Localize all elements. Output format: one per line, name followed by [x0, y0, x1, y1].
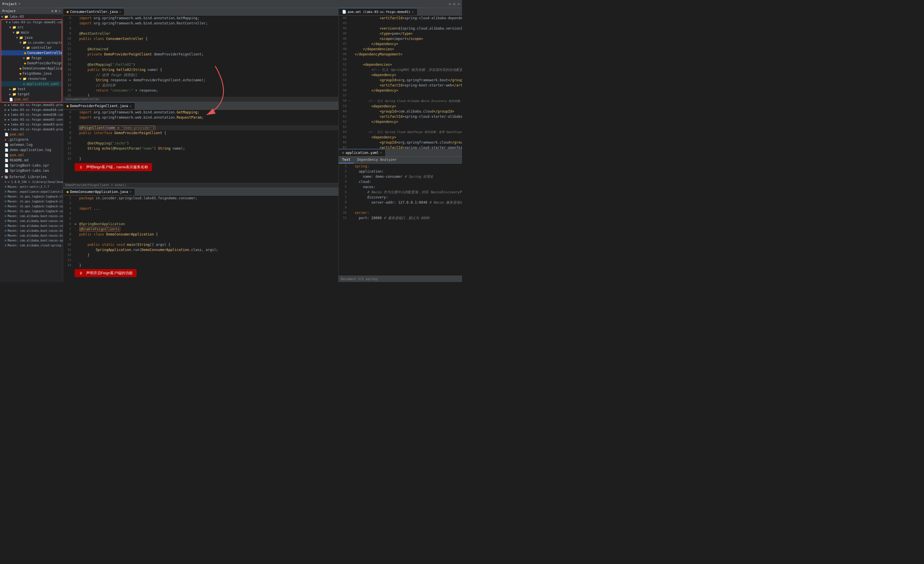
tab-close-ca[interactable]: × — [130, 190, 131, 193]
sidebar-item-logback1[interactable]: ≡ Maven: ch.qos.logback:logback-classic:… — [0, 194, 63, 199]
folder-src: 📁 — [12, 26, 16, 29]
dropdown-icon[interactable]: ▼ — [19, 2, 20, 6]
root-folder-icon: 📁 — [4, 15, 8, 19]
sidebar-item-readme[interactable]: 📄 README.md — [0, 158, 63, 163]
project-label[interactable]: Project — [2, 2, 17, 6]
pom-line-53: 53 <dependency> — [339, 72, 462, 78]
tab-dep-analyzer[interactable]: Dependency Analyzer — [354, 156, 400, 163]
settings-icon[interactable]: ⚙ — [449, 2, 451, 6]
sidebar-item-src[interactable]: ▼ 📁 src — [1, 25, 62, 30]
tab-close-pom[interactable]: × — [412, 11, 414, 14]
src-label: src — [18, 25, 24, 29]
sidebar-item-application-yaml[interactable]: ⚙ application.yaml — [1, 81, 62, 86]
sidebar-item-target[interactable]: ▶ 📁 target — [1, 92, 62, 97]
sidebar-layout-icon[interactable]: ⊞ — [55, 9, 57, 13]
sidebar-item-pom-consumer[interactable]: 📄 pom.xml — [1, 97, 62, 102]
sidebar-item-resources[interactable]: ▼ 📁 resources — [1, 76, 62, 81]
sidebar-item-provider[interactable]: ▶ ▪ labx-03-sc-feign-demo01-provider — [0, 102, 63, 107]
sidebar-item-logback4[interactable]: ≡ Maven: ch.qos.logback:logback-core:1.2… — [0, 209, 63, 214]
yaml-line-2: 2 application: — [339, 169, 462, 174]
sidebar-item-nacos2[interactable]: ≡ Maven: com.alibaba.boot:nacos-config-s… — [0, 218, 63, 223]
sidebar-item-nacos7[interactable]: ≡ Maven: com.alibaba.cloud:spring-cloud-… — [0, 243, 63, 248]
editors-top-row: ● ConsumerController.java × 6 import org… — [63, 8, 462, 282]
nacos4-label: Maven: com.alibaba.boot:nacos-discovery-… — [8, 229, 63, 232]
sidebar-item-feign-dir[interactable]: ▼ 📁 feign — [1, 56, 62, 60]
sidebar-item-springboot-ipr[interactable]: 📄 SpringBoot-Labs.ipr — [0, 163, 63, 168]
tab-text[interactable]: Text — [339, 156, 354, 163]
pom-line-57: 57 — [339, 93, 462, 98]
sidebar-item-gitignore[interactable]: ◆ .gitignore — [0, 137, 63, 142]
layout-icon[interactable]: ⊞ — [453, 2, 455, 6]
sidebar-item-consumer-controller[interactable]: ● ConsumerController — [1, 50, 62, 56]
tab-feign-client[interactable]: ● DemoProviderFeignClient.java × — [63, 102, 135, 110]
pom-root-label: pom.xml — [10, 132, 24, 137]
lib-icon-lb1: ≡ — [4, 195, 7, 199]
code-line-17: 17 // 使用 Feign 调用接口 — [63, 72, 338, 78]
tree-root[interactable]: ▼ 📁 labx-03 — [0, 14, 63, 19]
sidebar-item-provider3api[interactable]: ▶ ▪ labx-03-sc-feign-demo03-provider-api — [0, 127, 63, 132]
sidebar-item-ext-libs[interactable]: ▼ 📚 External Libraries — [0, 174, 63, 179]
sidebar-item-java[interactable]: ▼ 📁 java — [1, 35, 62, 40]
consumer-controller-code: 6 import org.springframework.web.bind.an… — [63, 15, 338, 97]
feign-client-tab-label: DemoProviderFeignClient.java — [70, 104, 128, 108]
module-icon-consumer: ▪ — [9, 20, 11, 24]
ca-line-11: 11 SpringApplication.run(DemoConsumerApp… — [63, 247, 338, 253]
lib-icon-aop: ≡ — [4, 190, 7, 194]
sidebar-item-logback2[interactable]: ≡ Maven: ch.qos.logback:logback-classic:… — [0, 199, 63, 204]
feign-dir-label: feign — [31, 56, 42, 60]
menu-icon[interactable]: ≡ — [458, 2, 460, 6]
sidebar-item-demo-consumer-app[interactable]: ● DemoConsumerApplication — [1, 66, 62, 71]
sidebar-item-logback3[interactable]: ≡ Maven: ch.qos.logback:logback-core:1.1… — [0, 204, 63, 209]
sidebar-item-nacos6[interactable]: ≡ Maven: com.alibaba.boot:nacos-spring-b… — [0, 238, 63, 243]
consumer-app-annotation-bubble: 2 声明开启Feign客户端的功能 — [75, 269, 136, 277]
tab-pom[interactable]: 📄 pom.xml (labx-03-sc-feign-demo01) × — [339, 8, 417, 15]
folder-test: 📁 — [12, 87, 16, 91]
fc-line-6: 6 — [63, 120, 338, 125]
sidebar-item-nacos4[interactable]: ≡ Maven: com.alibaba.boot:nacos-discover… — [0, 228, 63, 233]
readme-icon: 📄 — [4, 158, 9, 162]
module-icon-2b: ▪ — [8, 113, 10, 117]
sidebar-item-aopalliance[interactable]: ≡ Maven: aopalliance:aopalliance:1.0 — [0, 189, 63, 194]
sidebar-item-demo-log[interactable]: 📄 demo-application.log — [0, 147, 63, 152]
sidebar-item-consumer2b[interactable]: ▶ ▪ labx-03-sc-feign-demo02B-consumer — [0, 112, 63, 117]
tab-close-cc[interactable]: × — [119, 11, 121, 14]
sidebar-item-consumer[interactable]: ▼ ▪ labx-03-sc-feign-demo01-consumer — [1, 20, 62, 25]
sidebar-item-consumer3[interactable]: ▶ ▪ labx-03-sc-feign-demo03-consumer — [0, 117, 63, 122]
sidebar-item-controller-dir[interactable]: ▼ 📁 controller — [1, 45, 62, 50]
consumer-label: labx-03-sc-feign-demo01-consumer — [12, 20, 62, 24]
sidebar-item-nacos5[interactable]: ≡ Maven: com.alibaba.boot:nacos-discover… — [0, 233, 63, 238]
sidebar-item-pom-root2[interactable]: 📄 pom.xml — [0, 152, 63, 158]
consumer-controller-label: ConsumerController — [27, 51, 62, 55]
sidebar-item-aoteman-log[interactable]: 📄 aoteman.log — [0, 142, 63, 147]
sidebar-item-antlr[interactable]: ≡ Maven: antlr:antlr:2.7.7 — [0, 184, 63, 189]
tab-close-yaml[interactable]: × — [380, 151, 382, 154]
consumer-controller-tab-label: ConsumerController.java — [70, 10, 118, 14]
yaml-icon: ⚙ — [23, 82, 25, 86]
sidebar-item-consumer2a[interactable]: ▶ ▪ labx-03-sc-feign-demo02A-consumer — [0, 107, 63, 112]
tab-yaml[interactable]: ⚙ application.yaml × — [339, 149, 386, 156]
tab-consumer-controller[interactable]: ● ConsumerController.java × — [63, 8, 124, 15]
sidebar-item-provider3[interactable]: ▶ ▪ labx-03-sc-feign-demo03-provider — [0, 122, 63, 127]
tab-close-fc[interactable]: × — [130, 105, 131, 108]
title-bar: Project ▼ ⚙ ⊞ ≡ — [0, 0, 462, 8]
lib-icon-nc6: ≡ — [4, 239, 7, 242]
code-line-11: 11 — [63, 41, 338, 47]
sidebar-item-nacos3[interactable]: ≡ Maven: com.alibaba.boot:nacos-config-s… — [0, 223, 63, 228]
sidebar-item-pom-root[interactable]: 📄 pom.xml — [0, 132, 63, 137]
sidebar-expand-icon[interactable]: − — [58, 9, 60, 13]
sidebar-settings-icon[interactable]: ⚙ — [51, 9, 53, 13]
ca-line-4: 4 — [63, 211, 338, 216]
sidebar-item-feign-demo[interactable]: ● FeignDemo.java — [1, 71, 62, 76]
consumer-app-tab-label: DemoConsumerApplication.java — [70, 190, 128, 194]
tab-consumer-app[interactable]: ● DemoConsumerApplication.java × — [63, 188, 135, 195]
sidebar-item-nacos1[interactable]: ≡ Maven: com.alibaba.boot:nacos-config-s… — [0, 214, 63, 218]
application-yaml-label: application.yaml — [26, 82, 59, 86]
ca-line-7: 7 @EnableFeignClients — [63, 227, 338, 232]
sidebar-item-pkg[interactable]: ▼ 📁 cn.iocoder.springcloud.labx03.feignd… — [1, 40, 62, 45]
sidebar-item-jdk[interactable]: ≡ < 1.8.0_144 > /Library/Java/JavaVirtua… — [0, 179, 63, 184]
sidebar-item-main[interactable]: ▼ 📁 main — [1, 30, 62, 35]
sidebar-item-springboot-iws[interactable]: 📄 SpringBoot-Labs.iws — [0, 168, 63, 173]
code-area: ● ConsumerController.java × 6 import org… — [63, 8, 462, 282]
sidebar-item-test[interactable]: ▶ 📁 test — [1, 86, 62, 92]
sidebar-item-feign-client[interactable]: ● DemoProviderFeignClient — [1, 60, 62, 66]
